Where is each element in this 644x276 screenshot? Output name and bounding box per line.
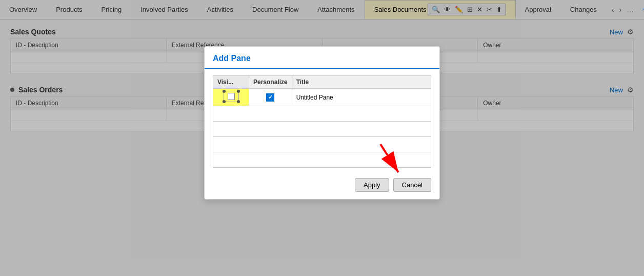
apply-button[interactable]: Apply <box>355 178 389 192</box>
modal-title: Add Pane <box>213 54 251 63</box>
personalize-cell: ✓ <box>249 89 292 106</box>
modal-overlay: Add Pane Visi... Personalize Title <box>0 0 644 276</box>
grid-row-1: ✓ Untitled Pane <box>213 89 431 106</box>
add-pane-modal: Add Pane Visi... Personalize Title <box>204 46 440 200</box>
grid-row-empty-2 <box>213 122 431 137</box>
col-title: Title <box>292 76 431 89</box>
cancel-button[interactable]: Cancel <box>393 178 431 192</box>
col-personalize: Personalize <box>249 76 292 89</box>
personalize-checkbox[interactable]: ✓ <box>266 93 274 102</box>
col-visibility: Visi... <box>213 76 249 89</box>
grid-row-empty-1 <box>213 106 431 122</box>
title-cell: Untitled Pane <box>292 89 431 106</box>
handle-tl <box>223 90 226 93</box>
modal-body: Visi... Personalize Title <box>205 69 439 173</box>
grid-row-empty-3 <box>213 137 431 152</box>
handle-tr <box>237 90 240 93</box>
handle-bl <box>223 100 226 103</box>
modal-header: Add Pane <box>205 47 439 69</box>
modal-grid: Visi... Personalize Title <box>213 75 431 168</box>
grid-row-empty-4 <box>213 152 431 168</box>
handle-br <box>237 100 240 103</box>
modal-footer: Apply Cancel <box>205 173 439 199</box>
visibility-checkbox[interactable] <box>228 93 235 100</box>
visibility-cell <box>213 89 249 106</box>
